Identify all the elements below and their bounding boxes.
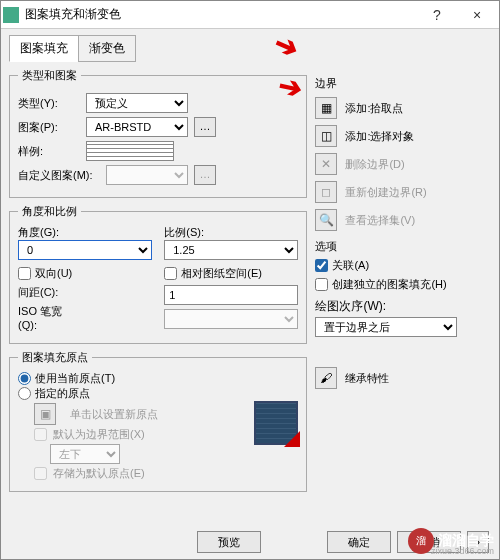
app-icon <box>3 7 19 23</box>
watermark-url: zixue.3d66.com <box>431 546 494 556</box>
default-extent-checkbox <box>34 428 47 441</box>
preview-button[interactable]: 预览 <box>197 531 261 553</box>
pattern-select[interactable]: AR-BRSTD <box>86 117 188 137</box>
sample-swatch[interactable] <box>86 141 174 161</box>
type-pattern-group: 类型和图案 类型(Y): 预定义 图案(P): AR-BRSTD … 样例: 自… <box>9 68 307 198</box>
window-title: 图案填充和渐变色 <box>25 6 417 23</box>
set-origin-icon: ▣ <box>34 403 56 425</box>
pattern-browse-button[interactable]: … <box>194 117 216 137</box>
custom-pattern-label: 自定义图案(M): <box>18 168 100 183</box>
draw-order-select[interactable]: 置于边界之后 <box>315 317 457 337</box>
associative-checkbox[interactable] <box>315 259 328 272</box>
iso-label: ISO 笔宽(Q): <box>18 304 66 331</box>
iso-select <box>164 309 298 329</box>
type-label: 类型(Y): <box>18 96 80 111</box>
angle-scale-group: 角度和比例 角度(G): 0 双向(U) 间距(C): ISO 笔宽(Q): 比… <box>9 204 307 344</box>
angle-label: 角度(G): <box>18 225 152 240</box>
pattern-label: 图案(P): <box>18 120 80 135</box>
tab-gradient[interactable]: 渐变色 <box>78 35 136 62</box>
remove-boundary-icon: ✕ <box>315 153 337 175</box>
add-select-object-label: 添加:选择对象 <box>345 129 414 144</box>
boundary-legend: 边界 <box>315 76 491 91</box>
inherit-label: 继承特性 <box>345 371 389 386</box>
remove-boundary-label: 删除边界(D) <box>345 157 404 172</box>
spacing-label: 间距(C): <box>18 285 66 300</box>
add-select-object-icon[interactable]: ◫ <box>315 125 337 147</box>
sample-label: 样例: <box>18 144 80 159</box>
close-button[interactable]: × <box>457 1 497 29</box>
help-button[interactable]: ? <box>417 1 457 29</box>
recreate-boundary-icon: ◻ <box>315 181 337 203</box>
angle-select[interactable]: 0 <box>18 240 152 260</box>
recreate-boundary-label: 重新创建边界(R) <box>345 185 426 200</box>
use-current-origin-radio[interactable] <box>18 372 31 385</box>
independent-checkbox[interactable] <box>315 278 328 291</box>
draw-order-label: 绘图次序(W): <box>315 298 491 315</box>
add-pick-point-icon[interactable]: ▦ <box>315 97 337 119</box>
inherit-icon[interactable]: 🖌 <box>315 367 337 389</box>
type-select[interactable]: 预定义 <box>86 93 188 113</box>
custom-pattern-select <box>106 165 188 185</box>
origin-preview <box>254 401 298 445</box>
click-set-origin-label: 单击以设置新原点 <box>70 407 158 422</box>
scale-select[interactable]: 1.25 <box>164 240 298 260</box>
corner-select: 左下 <box>50 444 120 464</box>
scale-label: 比例(S): <box>164 225 298 240</box>
ok-button[interactable]: 确定 <box>327 531 391 553</box>
relative-checkbox[interactable] <box>164 267 177 280</box>
double-checkbox[interactable] <box>18 267 31 280</box>
tab-hatch[interactable]: 图案填充 <box>9 35 79 62</box>
watermark: 溜 溜溜自学 zixue.3d66.com <box>408 528 494 554</box>
origin-group: 图案填充原点 使用当前原点(T) 指定的原点 ▣ 单击以设置新原点 默认为边界范… <box>9 350 307 492</box>
add-pick-point-label: 添加:拾取点 <box>345 101 403 116</box>
store-origin-checkbox <box>34 467 47 480</box>
options-legend: 选项 <box>315 239 491 254</box>
view-selection-label: 查看选择集(V) <box>345 213 415 228</box>
custom-pattern-browse: … <box>194 165 216 185</box>
specified-origin-radio[interactable] <box>18 387 31 400</box>
spacing-input[interactable] <box>164 285 298 305</box>
view-selection-icon: 🔍 <box>315 209 337 231</box>
